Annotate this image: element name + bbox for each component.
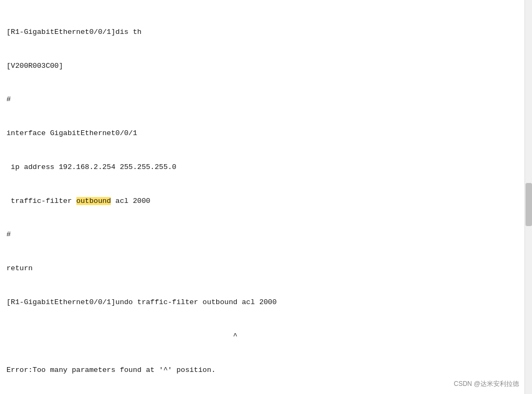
outbound-highlight: outbound <box>76 197 111 205</box>
terminal-line-7: # <box>6 229 518 241</box>
terminal-window: [R1-GigabitEthernet0/0/1]dis th [V200R00… <box>0 0 532 394</box>
scrollbar[interactable] <box>524 0 532 394</box>
terminal-output: [R1-GigabitEthernet0/0/1]dis th [V200R00… <box>0 0 524 394</box>
terminal-line-9: [R1-GigabitEthernet0/0/1]undo traffic-fi… <box>6 297 518 308</box>
terminal-line-10: ^ <box>6 331 518 342</box>
terminal-line-5: ip address 192.168.2.254 255.255.255.0 <box>6 162 518 173</box>
watermark: CSDN @达米安利拉德 <box>453 379 519 389</box>
terminal-line-11: Error:Too many parameters found at '^' p… <box>6 365 518 376</box>
terminal-line-3: # <box>6 94 518 105</box>
terminal-line-2: [V200R003C00] <box>6 61 518 72</box>
terminal-line-6: traffic-filter outbound acl 2000 <box>6 196 518 207</box>
terminal-line-1: [R1-GigabitEthernet0/0/1]dis th <box>6 27 518 38</box>
terminal-line-4: interface GigabitEthernet0/0/1 <box>6 128 518 139</box>
scrollbar-thumb[interactable] <box>526 183 532 226</box>
terminal-line-8: return <box>6 263 518 275</box>
